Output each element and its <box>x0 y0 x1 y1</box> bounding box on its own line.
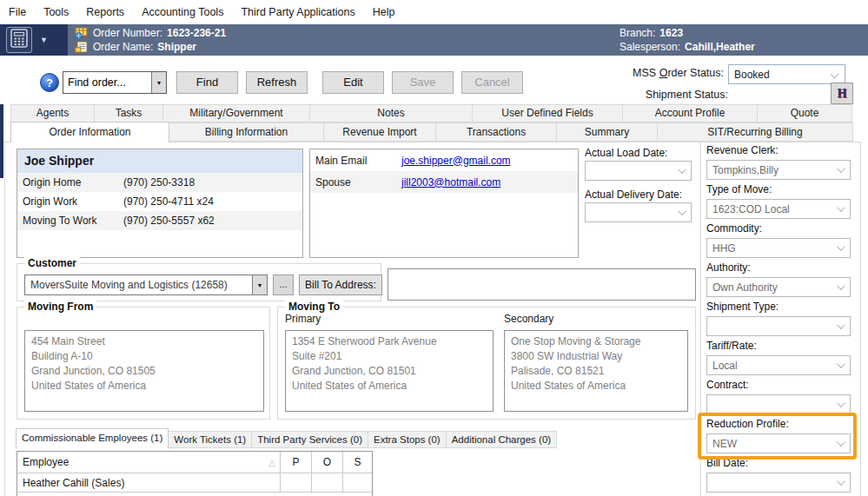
employee-cell: Heather Cahill (Sales) <box>17 473 280 492</box>
actual-load-date-label: Actual Load Date: <box>585 147 667 159</box>
branch-label: Branch: <box>620 27 655 39</box>
column-p[interactable]: P <box>280 452 311 473</box>
tab-transactions[interactable]: Transactions <box>435 122 557 142</box>
shipment-type-select[interactable] <box>706 316 851 336</box>
customer-legend: Customer <box>24 257 80 269</box>
customer-ellipsis-button[interactable]: ... <box>273 274 294 295</box>
revenue-clerk-field: Revenue Clerk: Tompkins,Billy <box>706 144 851 180</box>
column-s[interactable]: S <box>342 452 372 473</box>
actual-load-date-select[interactable] <box>585 161 692 181</box>
secondary-label: Secondary <box>504 313 553 325</box>
tariff-rate-field: Tariff/Rate: Local <box>706 340 851 375</box>
find-order-input[interactable] <box>63 72 151 93</box>
commodity-field: Commodity: HHG <box>706 222 851 258</box>
tab-summary[interactable]: Summary <box>556 122 658 142</box>
menu-accounting-tools[interactable]: Accounting Tools <box>133 0 232 24</box>
moving-to-primary-address: 1354 E Sherwood Park Avenue Suite #201 G… <box>285 330 494 412</box>
find-order-dropdown-button[interactable]: ▼ <box>151 72 166 93</box>
chevron-down-icon <box>678 165 686 174</box>
menu-file[interactable]: File <box>0 0 35 24</box>
reduction-profile-select[interactable]: NEW <box>706 433 851 453</box>
menu-help[interactable]: Help <box>364 0 404 24</box>
bill-to-address-button[interactable]: Bill To Address: <box>299 274 382 295</box>
order-name-label: Order Name: <box>93 41 153 53</box>
customer-group: Customer MoversSuite Moving and Logistic… <box>17 263 381 301</box>
help-icon[interactable]: ? <box>40 73 59 92</box>
table-row[interactable]: Heather Cahill (Sales) <box>17 473 372 493</box>
actual-delivery-date-select[interactable] <box>585 202 692 222</box>
chevron-down-icon <box>837 203 845 212</box>
phone-value: (970) 250-5557 x62 <box>123 215 215 227</box>
email-row: Main Email joe.shipper@gmail.com <box>310 149 578 171</box>
menu-bar: File Tools Reports Accounting Tools Thir… <box>0 0 868 24</box>
order-information-page: Joe Shipper Origin Home (970) 250-3318 O… <box>4 142 861 496</box>
column-employee[interactable]: Employee △ <box>17 452 280 473</box>
moving-from-address: 454 Main Street Building A-10 Grand Junc… <box>24 330 264 412</box>
calculator-button[interactable] <box>6 27 32 53</box>
header-dropdown-caret[interactable]: ▼ <box>40 36 48 44</box>
actual-delivery-date-label: Actual Delivery Date: <box>585 188 682 201</box>
tab-billing-information[interactable]: Billing Information <box>169 122 324 142</box>
tab-tasks[interactable]: Tasks <box>94 104 163 122</box>
customer-dropdown-button[interactable]: ▼ <box>252 275 267 294</box>
sort-ascending-icon: △ <box>268 458 280 467</box>
tab-military-government[interactable]: Military/Government <box>162 104 310 122</box>
chevron-down-icon <box>837 360 845 368</box>
moving-from-group: Moving From 454 Main Street Building A-1… <box>17 307 270 420</box>
tab-sit-recurring-billing[interactable]: SIT/Recurring Billing <box>657 122 853 142</box>
authority-select[interactable]: Own Authority <box>706 277 851 297</box>
calculator-icon <box>10 29 28 51</box>
tab-account-profile[interactable]: Account Profile <box>622 104 758 122</box>
tariff-rate-select[interactable]: Local <box>706 355 851 375</box>
contact-name: Joe Shipper <box>17 149 302 173</box>
menu-third-party-applications[interactable]: Third Party Applications <box>232 0 363 24</box>
edit-button[interactable]: Edit <box>322 71 384 94</box>
customer-select[interactable]: MoversSuite Moving and Logistics (12658)… <box>24 274 268 295</box>
order-name-icon <box>75 41 89 53</box>
find-button[interactable]: Find <box>176 71 238 94</box>
tab-quote[interactable]: Quote <box>757 104 852 122</box>
revenue-clerk-select[interactable]: Tompkins,Billy <box>706 160 851 180</box>
moverssuite-window: File Tools Reports Accounting Tools Thir… <box>0 0 868 496</box>
order-number-icon <box>75 27 89 39</box>
tab-agents[interactable]: Agents <box>10 104 95 122</box>
chevron-down-icon <box>837 399 845 407</box>
contract-field: Contract: <box>706 379 851 414</box>
bill-date-field: Bill Date: <box>706 457 851 493</box>
chevron-down-icon <box>837 242 845 251</box>
spouse-email-link[interactable]: jill2003@hotmail.com <box>401 176 500 188</box>
phone-row: Origin Work (970) 250-4711 x24 <box>17 192 302 211</box>
save-button: Save <box>392 71 454 94</box>
type-of-move-select[interactable]: 1623:COD Local <box>706 199 851 219</box>
tab-work-tickets[interactable]: Work Tickets (1) <box>168 431 252 448</box>
authority-field: Authority: Own Authority <box>706 261 851 297</box>
menu-tools[interactable]: Tools <box>35 0 77 24</box>
bill-to-address-box[interactable] <box>388 268 696 301</box>
chevron-down-icon <box>831 70 839 79</box>
column-o[interactable]: O <box>311 452 342 473</box>
phone-value: (970) 250-3318 <box>123 176 195 188</box>
email-row: Spouse jill2003@hotmail.com <box>310 171 578 193</box>
table-header-row: Employee △ P O S <box>17 452 372 473</box>
history-button[interactable]: H <box>831 83 853 104</box>
tab-additional-charges[interactable]: Additional Charges (0) <box>446 431 557 448</box>
tab-user-defined-fields[interactable]: User Defined Fields <box>472 104 623 122</box>
menu-reports[interactable]: Reports <box>77 0 133 24</box>
mss-order-status-select[interactable]: Booked <box>728 64 845 84</box>
bill-date-select[interactable] <box>706 473 851 493</box>
commodity-select[interactable]: HHG <box>706 238 851 258</box>
tab-notes[interactable]: Notes <box>309 104 473 122</box>
chevron-down-icon <box>678 207 686 215</box>
tab-extra-stops[interactable]: Extra Stops (0) <box>368 431 447 448</box>
main-email-link[interactable]: joe.shipper@gmail.com <box>401 155 511 167</box>
tab-order-information[interactable]: Order Information <box>10 122 169 142</box>
tab-revenue-import[interactable]: Revenue Import <box>323 122 436 142</box>
customer-value: MoversSuite Moving and Logistics (12658) <box>25 279 252 291</box>
contract-select[interactable] <box>706 394 851 414</box>
tab-commissionable-employees[interactable]: Commissionable Employees (1) <box>16 428 169 449</box>
tab-third-party-services[interactable]: Third Party Services (0) <box>251 431 368 448</box>
header-left-panel: ▼ <box>0 24 68 56</box>
refresh-button[interactable]: Refresh <box>246 71 308 94</box>
phone-row: Origin Home (970) 250-3318 <box>17 173 302 192</box>
tab-row-secondary: Agents Tasks Military/Government Notes U… <box>11 104 852 122</box>
